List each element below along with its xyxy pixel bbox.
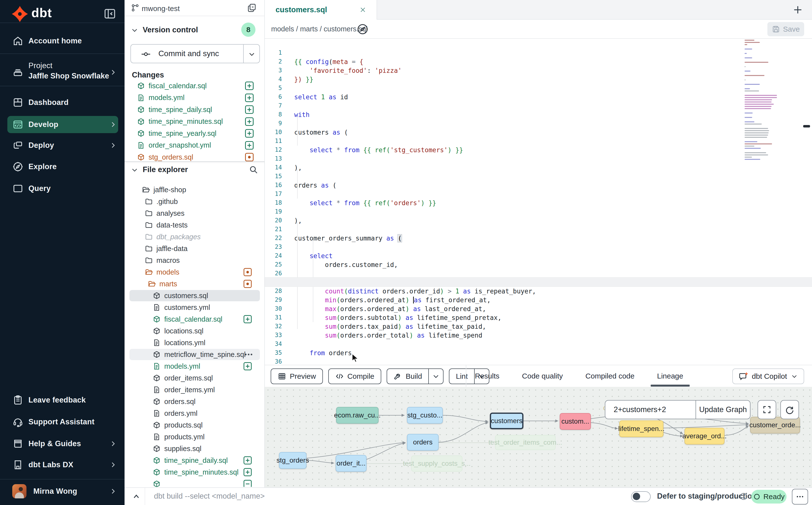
code-line[interactable]: 35 — [265, 339, 812, 348]
code-line[interactable]: 19 ), — [265, 198, 812, 207]
lineage-node-lifetime_spend[interactable]: lifetime_spen... — [619, 420, 663, 437]
code-line[interactable]: 27 count(distinct orders.order_id) > 1 a… — [265, 269, 812, 278]
lineage-node-customers[interactable]: customers — [490, 412, 523, 429]
file-row-products-sql[interactable]: products.sql — [130, 419, 260, 431]
plus-badge-icon[interactable] — [243, 467, 253, 477]
lineage-node-average_order[interactable]: average_ord... — [684, 428, 724, 445]
dbt-copilot-button[interactable]: dbt Copilot — [732, 368, 804, 384]
minimap[interactable] — [745, 40, 779, 161]
file-row-dbt-packages[interactable]: dbt_packages — [130, 231, 260, 242]
new-tab-icon[interactable] — [792, 4, 803, 15]
defer-toggle[interactable] — [631, 491, 651, 502]
lineage-node-customer_orders[interactable]: customer_orde... — [750, 417, 800, 434]
save-button[interactable]: Save — [767, 22, 804, 36]
lineage-node-stg_customers[interactable]: stg_custo... — [407, 407, 443, 424]
collapse-sidebar-icon[interactable] — [104, 7, 116, 20]
code-line[interactable]: 14 — [265, 154, 812, 163]
code-line[interactable]: 7 with — [265, 92, 812, 101]
lineage-node-stg_orders[interactable]: stg_orders — [279, 452, 306, 469]
code-line[interactable]: 34 from orders — [265, 330, 812, 340]
code-line[interactable]: 11 select * from {{ ref('stg_customers')… — [265, 128, 812, 137]
preview-button[interactable]: Preview — [271, 368, 323, 384]
code-line[interactable]: 23 select — [265, 233, 812, 242]
file-row[interactable] — [130, 478, 260, 487]
lineage-search[interactable]: 2+customers+2 Update Graph — [605, 400, 751, 419]
file-row-orders-yml[interactable]: orders.yml — [130, 408, 260, 419]
file-row-order-items-sql[interactable]: order_items.sql — [130, 372, 260, 384]
lineage-node-order_items[interactable]: order_it... — [336, 455, 366, 472]
code-line[interactable]: 2 'favorite_food': 'pizza' — [265, 48, 812, 57]
sidebar-item-query[interactable]: Query — [0, 179, 125, 198]
code-line[interactable]: 18 — [265, 189, 812, 198]
file-row-marts[interactable]: marts — [130, 278, 260, 290]
plus-badge-icon[interactable] — [243, 456, 253, 465]
plus-badge-icon[interactable] — [243, 314, 253, 324]
lineage-node-test_supply_costs[interactable]: test_supply_costs_s... — [411, 456, 462, 472]
sidebar-item-deploy[interactable]: Deploy — [0, 136, 125, 155]
lineage-node-test_order_items[interactable]: test_order_items_com... — [495, 435, 555, 450]
sidebar-item-project[interactable]: ProjectJaffle Shop Snowflake — [0, 59, 125, 86]
file-row-products-yml[interactable]: products.yml — [130, 431, 260, 443]
file-row-order-items-yml[interactable]: order_items.yml — [130, 384, 260, 395]
file-row-supplies-sql[interactable]: supplies.sql — [130, 443, 260, 454]
build-button[interactable]: Build — [387, 368, 444, 384]
sidebar-item-develop[interactable]: Develop — [0, 115, 125, 134]
file-row-macros[interactable]: macros — [130, 255, 260, 266]
close-tab-icon[interactable] — [359, 6, 367, 14]
row-menu-icon[interactable] — [244, 350, 254, 359]
fullscreen-button[interactable] — [758, 400, 776, 419]
code-line[interactable]: 36 group by 1 — [265, 348, 812, 357]
file-row-models[interactable]: models — [130, 267, 260, 278]
file-row-locations-yml[interactable]: locations.yml — [130, 337, 260, 348]
file-row-data-tests[interactable]: data-tests — [130, 219, 260, 231]
file-row-analyses[interactable]: analyses — [130, 208, 260, 219]
sidebar-item-explore[interactable]: Explore — [0, 157, 125, 176]
refresh-button[interactable] — [780, 400, 799, 419]
sidebar-item-account-home[interactable]: Account home — [0, 32, 125, 50]
file-row-time-spine-daily-sql[interactable]: time_spine_daily.sql — [130, 455, 260, 466]
sidebar-item-help-guides[interactable]: Help & Guides — [0, 435, 125, 453]
code-line[interactable]: 31 sum(orders.tax_paid) as lifetime_tax_… — [265, 304, 812, 313]
code-line[interactable]: 4 — [265, 66, 812, 75]
minus-badge-icon[interactable] — [243, 479, 253, 487]
code-line[interactable]: 30 sum(orders.subtotal) as lifetime_spen… — [265, 295, 812, 304]
code-line[interactable]: 12 — [265, 136, 812, 145]
code-line[interactable]: 3 }) }} — [265, 57, 812, 66]
code-line[interactable]: 1 {{ config(meta = { — [265, 39, 812, 48]
file-row-models-yml[interactable]: models.yml — [130, 361, 260, 372]
lineage-node-customers2[interactable]: custom... — [560, 413, 591, 430]
dot-badge-icon[interactable] — [243, 279, 253, 289]
sidebar-item-dashboard[interactable]: Dashboard — [0, 93, 125, 112]
lineage-selector-input[interactable]: 2+customers+2 — [605, 405, 695, 414]
ready-status-badge[interactable]: Ready — [751, 490, 787, 504]
code-line[interactable]: 8 — [265, 101, 812, 110]
sidebar-item-dbt-labs-dx[interactable]: dbt Labs DX — [0, 456, 125, 474]
dot-badge-icon[interactable] — [243, 267, 253, 277]
tab-results[interactable]: Results — [475, 372, 499, 380]
code-line[interactable]: 24 orders.customer_id, — [265, 242, 812, 251]
file-row-metricflow-time-spine-sql[interactable]: metricflow_time_spine.sql — [130, 349, 260, 360]
code-editor[interactable]: 1 {{ config(meta = { 2 'favorite_food': … — [265, 39, 812, 365]
code-line[interactable]: 5 select 1 as id — [265, 74, 812, 83]
lineage-canvas[interactable]: ecom.raw_cu...stg_custo...customerscusto… — [265, 387, 812, 487]
sidebar-item-support-assistant[interactable]: Support Assistant — [0, 412, 125, 431]
code-line[interactable]: 21 customer_orders_summary as ( — [265, 216, 812, 225]
code-line[interactable]: 6 — [265, 83, 812, 93]
tab-code-quality[interactable]: Code quality — [522, 372, 563, 380]
code-line[interactable]: 16 — [265, 172, 812, 181]
code-line[interactable]: 9 customers as ( — [265, 110, 812, 119]
docs-compass-icon[interactable] — [356, 23, 369, 35]
update-graph-button[interactable]: Update Graph — [696, 405, 750, 414]
lineage-node-orders[interactable]: orders — [407, 434, 439, 451]
file-row-fiscal-calendar-sql[interactable]: fiscal_calendar.sql — [130, 314, 260, 325]
file-row-customers-yml[interactable]: customers.yml — [130, 302, 260, 313]
lineage-node-ecom_raw[interactable]: ecom.raw_cu... — [336, 407, 378, 424]
sidebar-item-leave-feedback[interactable]: Leave feedback — [0, 391, 125, 409]
code-line[interactable]: 29 max(orders.ordered_at) as last_ordere… — [265, 286, 812, 295]
code-line[interactable]: 37 — [265, 357, 812, 365]
file-row-jaffle-shop[interactable]: jaffle-shop — [130, 184, 260, 195]
file-row--github[interactable]: .github — [130, 196, 260, 207]
file-row-customers-sql[interactable]: customers.sql — [130, 290, 260, 301]
file-row-time-spine-minutes-sql[interactable]: time_spine_minutes.sql — [130, 467, 260, 478]
file-row-jaffle-data[interactable]: jaffle-data — [130, 243, 260, 254]
